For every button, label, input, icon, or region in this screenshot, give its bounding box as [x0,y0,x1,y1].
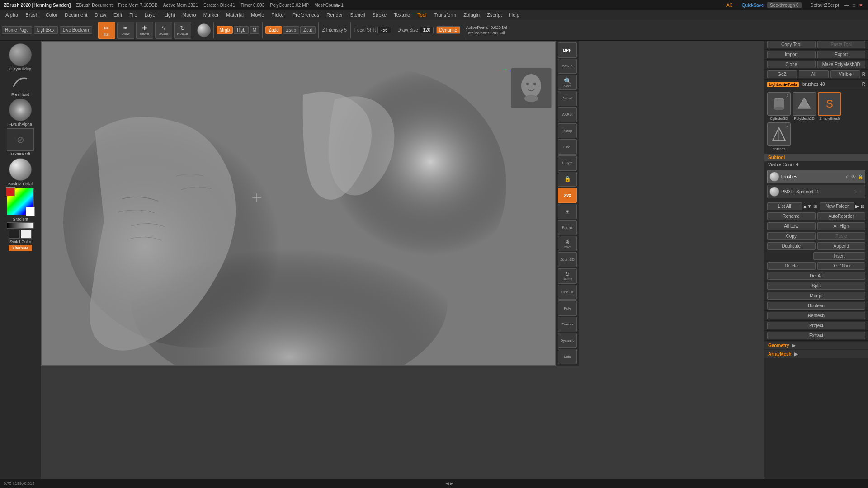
draw-size-val[interactable]: 120 [420,27,434,33]
new-folder-btn[interactable]: New Folder [820,202,854,210]
append-btn[interactable]: Append [817,242,866,250]
menu-item-stroke[interactable]: Stroke [368,11,390,19]
zoom-btn[interactable]: 🔍 Zoom [558,75,577,90]
lightbox-tools-btn[interactable]: Lightbox▶Tools [767,82,799,87]
head-preview[interactable] [511,68,552,108]
color-fg-swatch[interactable]: ■ [6,187,15,196]
xyz-btn[interactable]: Xyz [558,188,577,203]
rgb-btn[interactable]: Rgb [234,26,248,34]
gradient-bar[interactable] [7,222,34,229]
menu-item-macro[interactable]: Macro [179,11,200,19]
swatch-black[interactable] [9,230,20,239]
minimize-btn[interactable]: — [844,3,849,8]
menu-item-draw[interactable]: Draw [91,11,110,19]
menu-item-zscript[interactable]: Zscript [483,11,505,19]
paste-tool-btn[interactable]: Paste Tool [817,41,866,48]
viewport[interactable]: → ↑ ↗ [41,41,556,366]
rotate-btn[interactable]: ↻ Rotate [174,22,191,39]
arraymesh-section[interactable]: ArrayMesh ▶ [764,350,868,358]
brushes-brush[interactable]: 2 brushes [767,122,791,151]
copy-tool-btn[interactable]: Copy Tool [767,41,816,48]
solo-btn[interactable]: Solo [558,349,577,364]
default-script[interactable]: DefaultZScript [811,3,839,8]
alllow-btn[interactable]: All Low [767,222,816,230]
bpr-btn[interactable]: BPR [558,42,577,58]
home-page-btn[interactable]: Home Page [2,26,32,34]
menu-item-layer[interactable]: Layer [141,11,161,19]
menu-item-transform[interactable]: Transform [430,11,460,19]
lock-btn[interactable]: 🔒 [558,172,577,187]
menu-item-texture[interactable]: Texture [390,11,414,19]
del-other-btn[interactable]: Del Other [817,262,866,270]
claybuildup-brush[interactable]: ClayBuildup [3,43,38,71]
quicksave-btn[interactable]: QuickSave [742,3,764,8]
freehand-brush[interactable]: FreeHand [3,73,38,97]
zadd-btn[interactable]: Zadd [265,26,282,34]
menu-item-zplugin[interactable]: Zplugin [460,11,483,19]
move-icon-btn[interactable]: ⊕ Move [558,236,577,251]
zcut-btn[interactable]: Zcut [300,26,315,34]
zsub-btn[interactable]: Zsub [283,26,299,34]
grid-btn[interactable]: ⊞ [558,204,577,219]
clone-btn[interactable]: Clone [767,61,816,68]
basic-material[interactable]: BasicMaterial [3,158,38,186]
texture-off[interactable]: ⊘ Texture Off [3,128,38,156]
menu-item-preferences[interactable]: Preferences [289,11,323,19]
menu-item-document[interactable]: Document [61,11,91,19]
live-boolean-btn[interactable]: Live Boolean [60,26,92,34]
linefit-btn[interactable]: Line Fit [558,285,577,300]
merge-btn[interactable]: Merge [767,292,865,300]
menu-item-color[interactable]: Color [42,11,61,19]
persp-btn[interactable]: Persp [558,123,577,139]
menu-item-alpha[interactable]: Alpha [2,11,22,19]
menu-item-marker[interactable]: Marker [200,11,222,19]
subtool-brushes-lock[interactable]: 🔒 [858,174,863,179]
color-picker-area[interactable]: ■ [3,188,38,215]
edit-btn[interactable]: ✏ Edit [98,22,115,39]
geometry-section[interactable]: Geometry ▶ [764,342,868,349]
boolean-btn[interactable]: Boolean [767,302,865,310]
spix-btn[interactable]: SPix 3 [558,59,577,74]
export-btn[interactable]: Export [817,51,866,58]
aarot-btn[interactable]: AARot [558,107,577,122]
duplicate-btn[interactable]: Duplicate [767,242,816,250]
floor-btn[interactable]: Floor [558,139,577,155]
del-all-btn[interactable]: Del All [767,272,865,280]
insert-btn[interactable]: Insert [813,252,866,260]
mrgb-btn[interactable]: Mrgb [217,26,233,34]
menu-item-movie[interactable]: Movie [247,11,268,19]
move-btn[interactable]: ✚ Move [136,22,153,39]
poly-btn[interactable]: Poly [558,300,577,316]
split-btn[interactable]: Split [767,282,865,290]
menu-item-help[interactable]: Help [505,11,523,19]
menu-item-picker[interactable]: Picker [268,11,289,19]
visible-btn[interactable]: Visible [830,70,860,78]
focal-shift-val[interactable]: -56 [377,27,391,33]
actual-btn[interactable]: Actual [558,91,577,106]
subtool-sphere-slider[interactable]: ⊙ [853,189,857,194]
copy-subtool-btn[interactable]: Copy [767,232,816,240]
subtool-brushes[interactable]: brushes ⊙ 👁 🔒 [767,170,865,183]
draw-btn[interactable]: ✒ Draw [117,22,134,39]
extract-btn[interactable]: Extract [767,332,865,339]
swatch-white[interactable] [21,230,32,239]
allhigh-btn[interactable]: All High [817,222,866,230]
subtool-brushes-eye[interactable]: 👁 [851,174,856,179]
list-all-btn[interactable]: List All [767,202,802,210]
all-btn[interactable]: All [799,70,829,78]
alternate-btn[interactable]: Alternate [9,245,32,251]
subtool-brushes-slider[interactable]: ⊙ [846,174,849,179]
rotate-icon-btn[interactable]: ↻ Rotate [558,268,577,284]
menu-item-material[interactable]: Material [222,11,247,19]
menu-item-file[interactable]: File [126,11,141,19]
autoreorder-btn[interactable]: AutoReorder [817,212,866,220]
menu-item-light[interactable]: Light [160,11,179,19]
lsym-btn[interactable]: L Sym [558,155,577,171]
goz-btn[interactable]: GoZ [767,70,797,78]
dynamic-btn[interactable]: Dynamic [436,26,460,34]
sculpt-canvas[interactable]: → ↑ ↗ [41,41,556,366]
polymesh3d-brush[interactable]: PolyMesh3D [793,92,816,121]
lightbox-btn[interactable]: LightBox [34,26,58,34]
frame-btn[interactable]: Frame [558,220,577,235]
menu-item-brush[interactable]: Brush [22,11,42,19]
